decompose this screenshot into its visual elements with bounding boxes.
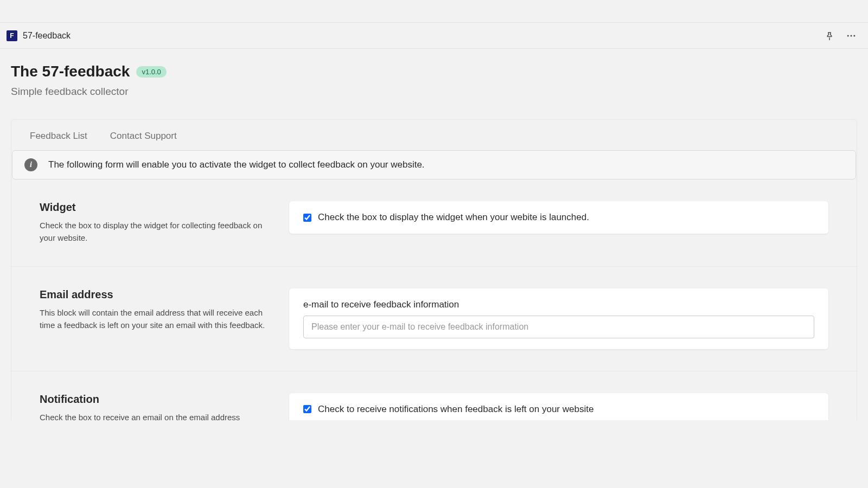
app-logo-icon: F [7,30,17,41]
section-email: Email address This block will contain th… [11,267,857,371]
header-bar: F 57-feedback [0,23,868,49]
notification-checkbox-row: Check to receive notifications when feed… [303,404,814,415]
email-card: e-mail to receive feedback information [289,288,828,349]
tabs: Feedback List Contact Support [11,120,857,150]
more-icon[interactable] [845,30,857,42]
title-row: The 57-feedback v1.0.0 [11,63,857,80]
email-field-label: e-mail to receive feedback information [303,299,814,310]
notification-checkbox-label: Check to receive notifications when feed… [318,404,593,415]
svg-point-1 [851,35,852,36]
info-text: The following form will enable you to ac… [48,159,425,170]
tab-feedback-list[interactable]: Feedback List [30,131,87,142]
widget-checkbox-label: Check the box to display the widget when… [318,212,589,223]
info-banner: i The following form will enable you to … [12,150,856,179]
svg-point-2 [853,35,855,36]
widget-checkbox[interactable] [303,214,311,222]
info-icon: i [24,158,37,171]
section-widget-left: Widget Check the box to display the widg… [40,201,267,245]
notification-checkbox[interactable] [303,405,311,413]
email-input[interactable] [303,316,814,338]
section-widget: Widget Check the box to display the widg… [11,179,857,267]
email-title: Email address [40,288,267,301]
top-spacer [0,0,868,23]
section-notification-right: Check to receive notifications when feed… [289,393,828,436]
header-right [824,30,861,42]
widget-title: Widget [40,201,267,214]
svg-point-0 [847,35,849,36]
settings-panel: Feedback List Contact Support i The foll… [11,119,857,442]
page-subtitle: Simple feedback collector [11,86,857,98]
notification-desc: Check the box to receive an email on the… [40,411,262,436]
widget-card: Check the box to display the widget when… [289,201,828,234]
version-badge: v1.0.0 [136,66,166,78]
app-name: 57-feedback [23,31,71,41]
header-left: F 57-feedback [7,30,71,41]
notification-title: Notification [40,393,267,406]
section-email-right: e-mail to receive feedback information [289,288,828,349]
tab-contact-support[interactable]: Contact Support [110,131,177,142]
pin-icon[interactable] [824,30,835,42]
section-notification-left: Notification Check the box to receive an… [40,393,267,436]
section-widget-right: Check the box to display the widget when… [289,201,828,245]
section-email-left: Email address This block will contain th… [40,288,267,349]
content-area: The 57-feedback v1.0.0 Simple feedback c… [0,49,868,442]
page-title: The 57-feedback [11,63,130,80]
widget-desc: Check the box to display the widget for … [40,219,267,245]
section-notification: Notification Check the box to receive an… [11,371,857,442]
notification-card: Check to receive notifications when feed… [289,393,828,426]
widget-checkbox-row: Check the box to display the widget when… [303,212,814,223]
email-desc: This block will contain the email addres… [40,306,267,332]
